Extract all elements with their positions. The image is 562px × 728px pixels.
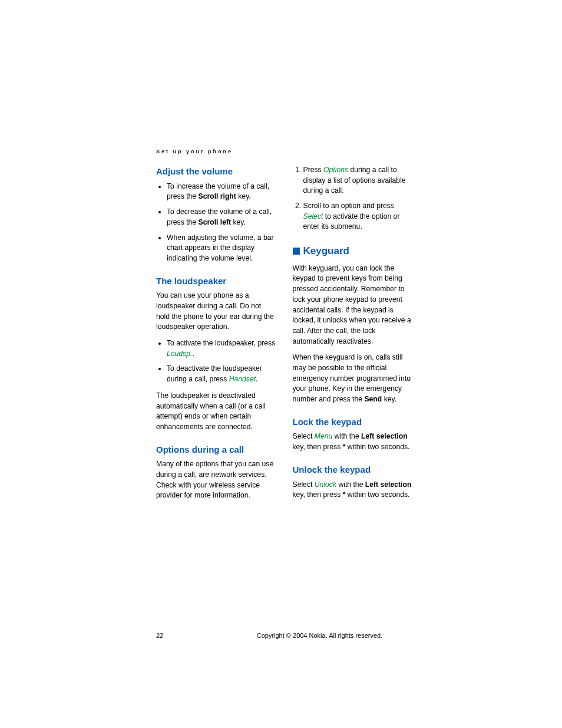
text: key. [382, 395, 396, 403]
list-item: Scroll to an option and press Select to … [303, 201, 413, 232]
list-item: When adjusting the volume, a bar chart a… [167, 233, 276, 264]
heading-loudspeaker: The loudspeaker [156, 275, 276, 288]
text: within two seconds. [345, 490, 409, 499]
section-title: Keyguard [303, 244, 349, 259]
keyword: Handset [229, 375, 256, 383]
list-item: To activate the loudspeaker, press Louds… [167, 338, 276, 359]
heading-options-call: Options during a call [156, 443, 276, 456]
text: key. [231, 218, 246, 226]
text: key, then press [293, 443, 343, 451]
text: Select [293, 480, 315, 489]
bold-text: Left selection [361, 432, 408, 440]
text: key. [236, 192, 251, 200]
list-item: To increase the volume of a call, press … [167, 182, 276, 202]
bold-text: Send [364, 395, 382, 403]
text: Press [303, 166, 324, 174]
keyword: Select [303, 212, 323, 220]
text: . [192, 350, 194, 358]
text: Select [293, 432, 315, 440]
paragraph: The loudspeaker is deactivated automatic… [156, 391, 276, 433]
volume-list: To increase the volume of a call, press … [156, 182, 276, 264]
text: key, then press [293, 490, 343, 499]
list-item: To deactivate the loudspeaker during a c… [167, 364, 276, 384]
text: with the [336, 480, 365, 489]
paragraph: Many of the options that you can use dur… [156, 459, 276, 501]
square-bullet-icon [293, 248, 300, 255]
list-item: Press Options during a call to display a… [303, 165, 413, 196]
page-footer: 22 Copyright © 2004 Nokia. All rights re… [156, 632, 412, 639]
bold-text: Left selection [365, 480, 412, 489]
page-number: 22 [156, 632, 227, 639]
paragraph: When the keyguard is on, calls still may… [293, 353, 413, 404]
keyword: Loudsp. [167, 350, 192, 358]
keyword: Options [323, 166, 348, 174]
keyword: Menu [315, 432, 333, 440]
heading-adjust-volume: Adjust the volume [156, 165, 276, 178]
heading-lock-keypad: Lock the keypad [293, 416, 413, 429]
options-steps: Press Options during a call to display a… [293, 165, 413, 232]
list-item: To decrease the volume of a call, press … [167, 207, 276, 228]
text: within two seconds. [345, 443, 409, 451]
chapter-header: Set up your phone [156, 149, 412, 154]
text: with the [332, 432, 361, 440]
loudspeaker-list: To activate the loudspeaker, press Louds… [156, 338, 276, 385]
paragraph: Select Menu with the Left selection key,… [293, 431, 413, 452]
bold-text: Scroll right [199, 192, 236, 200]
section-keyguard: Keyguard [293, 244, 413, 259]
keyword: Unlock [315, 480, 336, 489]
left-column: Adjust the volume To increase the volume… [156, 165, 276, 507]
heading-unlock-keypad: Unlock the keypad [293, 463, 413, 476]
right-column: Press Options during a call to display a… [293, 165, 413, 507]
page-content: Set up your phone Adjust the volume To i… [156, 149, 412, 507]
bold-text: Scroll left [199, 218, 232, 226]
text: To activate the loudspeaker, press [167, 339, 275, 347]
text: Scroll to an option and press [303, 202, 394, 210]
two-column-layout: Adjust the volume To increase the volume… [156, 165, 412, 507]
text: . [256, 375, 257, 383]
paragraph: You can use your phone as a loudspeaker … [156, 291, 276, 332]
paragraph: With keyguard, you can lock the keypad t… [293, 263, 413, 347]
copyright: Copyright © 2004 Nokia. All rights reser… [227, 632, 412, 639]
paragraph: Select Unlock with the Left selection ke… [293, 480, 413, 500]
